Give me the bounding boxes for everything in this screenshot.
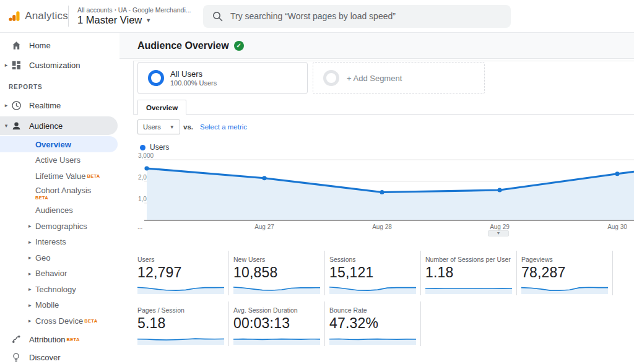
chart-legend: Users (140, 143, 169, 152)
data-point (380, 190, 384, 194)
sidebar-item-label: Audiences (35, 206, 73, 215)
sidebar-item-label: Overview (35, 140, 71, 149)
metric-value: 10,858 (233, 264, 324, 281)
tabbar-divider (133, 114, 634, 115)
product-name: Analytics (25, 10, 68, 22)
search-bar[interactable] (203, 5, 511, 28)
metric-selector-dropdown[interactable]: Users ▼ (137, 119, 180, 134)
expand-right-icon: ▸ (28, 239, 35, 245)
sidebar-item-technology[interactable]: ▸ Technology (0, 282, 119, 298)
sidebar-item-demographics[interactable]: ▸ Demographics (0, 219, 119, 235)
metric-sparkline (329, 334, 416, 345)
sidebar-item-realtime[interactable]: ▸ Realtime (0, 95, 119, 115)
sidebar-item-active-users[interactable]: Active Users (0, 152, 119, 168)
metric-card-pages-per-session[interactable]: Pages / Session 5.18 (133, 301, 229, 346)
current-view-name[interactable]: 1 Master View (77, 14, 142, 26)
sparkline-area (329, 339, 416, 345)
x-tick-label: Aug 29 (490, 223, 510, 230)
metric-card-new-users[interactable]: New Users 10,858 (229, 251, 325, 295)
breadcrumb: All accounts › UA - Google Merchandi... (77, 6, 192, 14)
sidebar-item-attribution[interactable]: Attribution BETA (0, 330, 119, 349)
analytics-app: Analytics All accounts › UA - Google Mer… (0, 0, 634, 364)
sidebar-bottom-section: Attribution BETA Discover (0, 329, 119, 364)
sparkline-area (233, 339, 320, 345)
segment-all-users[interactable]: All Users 100.00% Users (137, 62, 308, 94)
sidebar-item-home[interactable]: Home (0, 35, 119, 55)
breadcrumb-account[interactable]: UA - Google Merchandi... (118, 6, 191, 14)
sidebar-item-label: Interests (35, 237, 66, 246)
legend-dot-icon (140, 145, 145, 150)
x-tick-label: Aug 28 (372, 223, 392, 230)
metric-row: Users 12,797 New Users 10,858 Sessions 1… (133, 251, 634, 295)
sidebar-item-behavior[interactable]: ▸ Behavior (0, 266, 119, 282)
select-a-metric-link[interactable]: Select a metric (200, 123, 247, 131)
app-bar: Analytics All accounts › UA - Google Mer… (0, 0, 634, 33)
add-segment-button[interactable]: + Add Segment (313, 62, 485, 94)
metric-card-users[interactable]: Users 12,797 (133, 251, 229, 295)
sidebar-item-lifetime-value[interactable]: Lifetime Value BETA (0, 168, 119, 184)
analytics-logo[interactable]: Analytics (0, 8, 68, 24)
sidebar-item-label: Cohort Analysis (35, 186, 119, 195)
analytics-logo-icon (9, 8, 20, 24)
sidebar-item-label: Cross Device (35, 316, 83, 326)
sidebar-item-audiences[interactable]: Audiences (0, 202, 119, 219)
metric-card-sessions[interactable]: Sessions 15,121 (325, 251, 421, 295)
breadcrumb-root[interactable]: All accounts (77, 6, 113, 14)
metric-sparkline (233, 283, 320, 294)
sidebar-item-label: Customization (29, 61, 80, 70)
metric-selector-value: Users (143, 123, 161, 131)
chart-expand-button[interactable]: ▼ (488, 230, 509, 236)
metric-label: New Users (233, 256, 324, 263)
chevron-down-icon: ▼ (170, 124, 175, 130)
metric-sparkline (425, 283, 512, 294)
sidebar-item-label: Mobile (35, 300, 59, 310)
beta-badge: BETA (67, 337, 80, 342)
collapse-down-icon[interactable]: ▾ (3, 123, 9, 129)
expand-right-icon[interactable]: ▸ (3, 102, 9, 108)
metric-label: Sessions (329, 256, 420, 263)
main-content: Audience Overview ✓ All Users 100.00% Us… (119, 33, 634, 364)
sparkline-line (233, 339, 320, 340)
metric-card-bounce-rate[interactable]: Bounce Rate 47.32% (325, 301, 421, 346)
y-tick-label: 3,000 (138, 152, 154, 159)
search-input[interactable] (230, 11, 490, 21)
breadcrumb-separator-icon: › (115, 7, 116, 13)
metric-card-avg-session-duration[interactable]: Avg. Session Duration 00:03:13 (229, 301, 325, 346)
sidebar-item-discover[interactable]: Discover (0, 349, 119, 364)
tab-overview[interactable]: Overview (137, 100, 186, 115)
sidebar-item-label: Geo (35, 253, 51, 262)
data-point (615, 171, 619, 176)
metric-value: 12,797 (137, 264, 228, 281)
expand-right-icon[interactable]: ▸ (3, 62, 9, 68)
data-point (497, 188, 502, 192)
metric-label: Pages / Session (137, 306, 228, 314)
sidebar-item-customization[interactable]: ▸ Customization (0, 55, 119, 75)
sidebar-item-cohort-analysis[interactable]: Cohort Analysis BETA (0, 184, 119, 202)
sidebar-item-label: Technology (35, 285, 76, 294)
view-caret-down-icon: ▼ (145, 17, 151, 24)
sidebar-item-label: Attribution (29, 335, 66, 344)
panel-border (133, 61, 134, 114)
sidebar-item-interests[interactable]: ▸ Interests (0, 234, 119, 250)
metric-label: Bounce Rate (329, 306, 420, 314)
metric-sparkline (137, 283, 224, 294)
metric-label: Users (137, 256, 228, 263)
person-icon (11, 120, 22, 131)
segment-ring-icon (148, 70, 164, 86)
sidebar-item-mobile[interactable]: ▸ Mobile (0, 297, 119, 313)
attribution-icon (11, 334, 22, 345)
metric-card-sessions-per-user[interactable]: Number of Sessions per User 1.18 (421, 251, 517, 295)
data-point (144, 166, 149, 170)
sidebar-item-label: Demographics (35, 222, 87, 231)
expand-right-icon: ▸ (28, 271, 35, 277)
sidebar-item-overview[interactable]: Overview (0, 136, 118, 152)
x-tick-label: Aug 27 (254, 223, 274, 230)
metric-card-pageviews[interactable]: Pageviews 78,287 (517, 251, 613, 295)
account-switcher[interactable]: All accounts › UA - Google Merchandi... … (77, 6, 192, 26)
metric-value: 1.18 (425, 264, 516, 281)
sidebar-item-audience[interactable]: ▾ Audience (0, 116, 118, 135)
sidebar-item-geo[interactable]: ▸ Geo (0, 250, 119, 266)
sidebar-item-cross-device[interactable]: ▸ Cross Device BETA (0, 313, 119, 329)
users-over-time-chart[interactable]: 3,0002,0001,000...Aug 27Aug 28Aug 29Aug … (133, 155, 634, 236)
reports-section-label: REPORTS (0, 75, 119, 95)
